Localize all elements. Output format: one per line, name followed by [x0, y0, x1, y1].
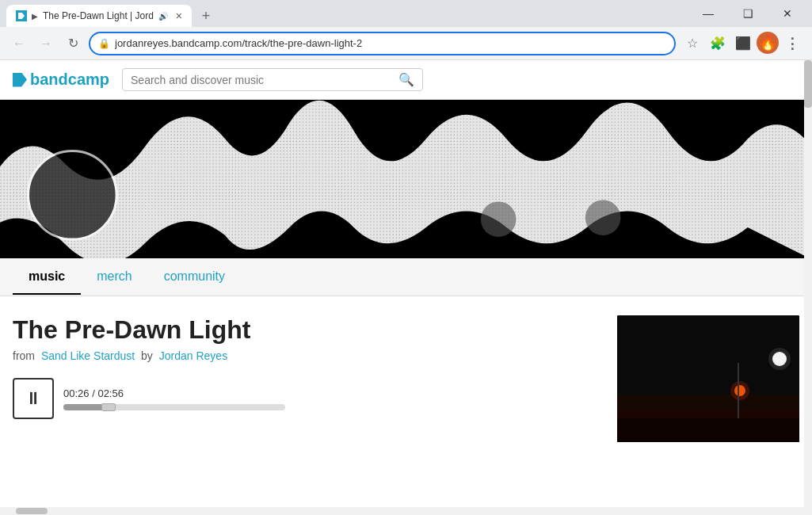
pause-button[interactable]: ⏸ [13, 378, 54, 419]
bandcamp-header: bandcamp 🔍 [0, 60, 812, 100]
hero-image [0, 100, 812, 258]
by-label: by [141, 349, 153, 362]
svg-point-11 [730, 381, 749, 400]
audio-player: ⏸ 00:26 / 02:56 [13, 378, 598, 419]
track-content: The Pre-Dawn Light from Sand Like Stardu… [0, 296, 812, 461]
tab-favicon [16, 10, 27, 21]
address-input[interactable] [115, 37, 666, 49]
player-controls: 00:26 / 02:56 [63, 387, 285, 410]
time-total: 02:56 [97, 387, 124, 399]
progress-thumb[interactable] [101, 403, 116, 411]
progress-bar[interactable] [63, 404, 285, 410]
minimize-button[interactable]: — [690, 0, 726, 27]
lock-icon: 🔒 [98, 38, 110, 49]
profile-button[interactable]: 🔥 [757, 32, 779, 54]
svg-rect-15 [738, 363, 739, 418]
progress-fill [63, 404, 107, 410]
address-bar-wrapper[interactable]: 🔒 [89, 32, 676, 55]
svg-rect-1 [0, 100, 812, 258]
reload-button[interactable]: ↻ [62, 32, 84, 55]
player-time: 00:26 / 02:56 [63, 387, 285, 399]
page-content: bandcamp 🔍 [0, 60, 812, 507]
browser-frame: ▶ The Pre-Dawn Light | Jord 🔊 × + — ❑ ✕ … [0, 0, 812, 515]
artist-link[interactable]: Jordan Reyes [159, 349, 227, 362]
tab-bar: ▶ The Pre-Dawn Light | Jord 🔊 × + [6, 0, 685, 27]
window-controls: — ❑ ✕ [690, 0, 806, 27]
track-from: from Sand Like Stardust by Jordan Reyes [13, 349, 598, 362]
maximize-button[interactable]: ❑ [730, 0, 766, 27]
scrollbar-thumb[interactable] [804, 60, 812, 108]
bandcamp-logo-text: bandcamp [30, 71, 109, 89]
search-icon[interactable]: 🔍 [398, 72, 414, 87]
nav-community[interactable]: community [148, 260, 241, 295]
track-title: The Pre-Dawn Light [13, 315, 598, 345]
tab-play-icon: ▶ [32, 12, 38, 21]
navigation-bar: ← → ↻ 🔒 ☆ 🧩 ⬛ 🔥 ⋮ [0, 27, 812, 60]
cast-icon[interactable]: ⬛ [731, 32, 755, 55]
title-bar: ▶ The Pre-Dawn Light | Jord 🔊 × + — ❑ ✕ [0, 0, 812, 27]
svg-point-2 [29, 151, 117, 239]
active-tab[interactable]: ▶ The Pre-Dawn Light | Jord 🔊 × [6, 5, 192, 27]
nav-merch[interactable]: merch [81, 260, 147, 295]
svg-point-3 [481, 201, 517, 237]
menu-button[interactable]: ⋮ [780, 32, 804, 55]
new-tab-button[interactable]: + [195, 5, 217, 27]
tab-audio-icon: 🔊 [158, 12, 168, 21]
album-art [617, 315, 799, 442]
search-input[interactable] [131, 74, 392, 86]
bookmark-icon[interactable]: ☆ [680, 32, 704, 55]
page-navigation: music merch community [0, 258, 812, 296]
time-current: 00:26 [63, 387, 90, 399]
pause-icon: ⏸ [25, 388, 42, 409]
extensions-icon[interactable]: 🧩 [706, 32, 730, 55]
album-link[interactable]: Sand Like Stardust [41, 349, 135, 362]
scrollbar[interactable] [804, 60, 812, 507]
nav-icons: ☆ 🧩 ⬛ 🔥 ⋮ [680, 32, 804, 55]
svg-rect-14 [617, 418, 799, 442]
svg-point-4 [585, 200, 621, 235]
tab-close-button[interactable]: × [176, 10, 182, 22]
h-scrollbar-thumb[interactable] [16, 508, 48, 514]
tab-title: The Pre-Dawn Light | Jord [43, 10, 154, 21]
forward-button[interactable]: → [35, 32, 57, 55]
svg-point-13 [768, 348, 791, 370]
horizontal-scrollbar[interactable] [0, 507, 812, 515]
bandcamp-logo-icon [13, 73, 27, 87]
bandcamp-logo[interactable]: bandcamp [13, 71, 109, 89]
back-button[interactable]: ← [8, 32, 30, 55]
from-label: from [13, 349, 35, 362]
nav-music[interactable]: music [13, 260, 81, 295]
search-bar[interactable]: 🔍 [122, 68, 423, 91]
close-button[interactable]: ✕ [769, 0, 806, 27]
track-info: The Pre-Dawn Light from Sand Like Stardu… [13, 315, 598, 442]
